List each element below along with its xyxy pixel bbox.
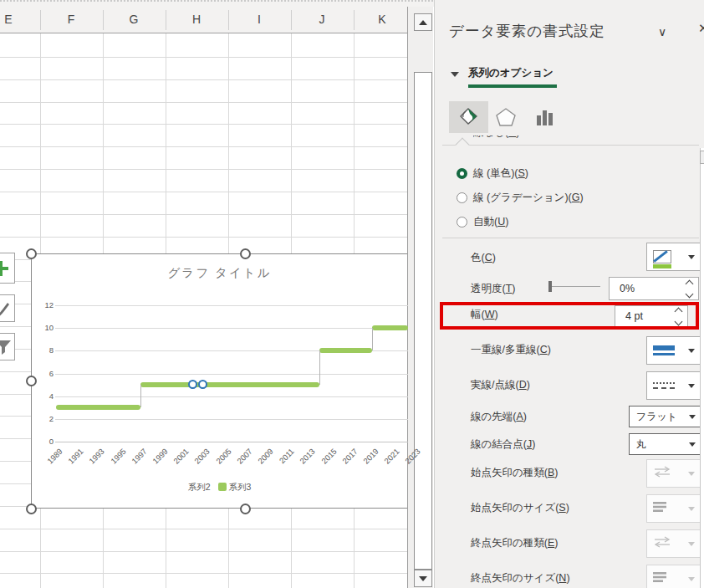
radio-automatic[interactable] <box>457 217 467 228</box>
chart-handle-mid-left[interactable] <box>26 376 37 386</box>
radio-line-gradient[interactable] <box>457 192 467 203</box>
column-header-I[interactable]: I <box>242 13 276 26</box>
legend-item[interactable]: 系列3 <box>218 482 252 493</box>
series-options-header[interactable]: 系列のオプション <box>468 66 554 80</box>
column-header-G[interactable]: G <box>117 13 150 26</box>
scroll-down-button[interactable] <box>414 570 432 587</box>
transparency-slider-track[interactable] <box>552 286 600 287</box>
dropdown-arrow-icon <box>689 415 696 419</box>
selected-data-point[interactable] <box>188 380 197 389</box>
arrow-size-bars-icon <box>653 501 666 516</box>
spin-down-icon[interactable] <box>686 289 694 298</box>
radio-line-gradient-label[interactable]: 線 (グラデーション)(G) <box>473 191 584 205</box>
plot-gridline <box>55 442 408 442</box>
chart-title[interactable]: グラフ タイトル <box>32 265 407 281</box>
column-headers[interactable]: EFGHIJK <box>0 7 408 33</box>
tab-size-properties[interactable] <box>530 104 560 130</box>
x-axis-tick-label: 2019 <box>356 447 380 471</box>
chart-handle-top-left[interactable] <box>26 248 37 259</box>
arrow-type-button[interactable] <box>646 459 701 488</box>
chart-handle-top-center[interactable] <box>240 248 251 259</box>
column-separator <box>103 10 104 30</box>
y-axis-tick-label: 4 <box>32 391 54 401</box>
column-header-K[interactable]: K <box>365 13 399 26</box>
chart-filters-button[interactable] <box>0 333 15 360</box>
series3-step-segment[interactable] <box>56 405 140 410</box>
pane-scrollbar-button[interactable] <box>700 151 704 164</box>
dropdown-arrow-icon <box>688 472 695 476</box>
chart-elements-button[interactable] <box>0 253 15 284</box>
chart-handle-bottom-left[interactable] <box>26 504 37 514</box>
chart-styles-button[interactable] <box>0 294 15 322</box>
arrow-size-button[interactable] <box>646 565 701 588</box>
x-axis-tick-label: 1997 <box>125 447 149 471</box>
transparency-spinbox[interactable]: 0% <box>609 277 699 300</box>
radio-line-solid[interactable] <box>457 168 467 179</box>
column-header-H[interactable]: H <box>180 13 213 26</box>
tab-effects[interactable] <box>492 104 519 130</box>
dropdown-arrow-icon <box>688 384 695 388</box>
scrollbar-thumb[interactable] <box>414 72 432 570</box>
series2-connector[interactable] <box>140 385 141 407</box>
gridline <box>0 529 407 529</box>
x-axis-tick-label: 2011 <box>272 447 296 471</box>
x-axis-tick-label: 2003 <box>187 447 212 471</box>
radio-automatic-label[interactable]: 自動(U) <box>473 215 508 229</box>
column-header-E[interactable]: E <box>0 13 25 26</box>
pane-scrollbar[interactable] <box>700 148 704 588</box>
scroll-up-button[interactable] <box>414 13 432 31</box>
dropdown-arrow-icon <box>688 255 695 259</box>
pane-title-chevron[interactable]: ∨ <box>658 25 666 38</box>
column-separator <box>40 10 41 30</box>
join-type-combobox[interactable]: 丸 <box>629 433 701 455</box>
dropdown-arrow-icon <box>688 349 695 353</box>
chart-legend[interactable]: 系列2系列3 <box>32 482 407 493</box>
column-header-J[interactable]: J <box>305 13 339 26</box>
gridline <box>0 102 407 103</box>
dash-line-button[interactable] <box>646 371 701 400</box>
dash-line-icon <box>653 382 675 389</box>
series2-connector[interactable] <box>319 350 320 385</box>
tab-fill-and-line[interactable] <box>449 101 488 133</box>
selected-data-point[interactable] <box>198 380 207 389</box>
arrow-type-button[interactable] <box>646 529 701 558</box>
gridline <box>0 169 407 170</box>
series3-step-segment[interactable] <box>319 348 372 353</box>
cap-type-combobox[interactable]: フラット <box>629 406 701 427</box>
pane-close-button[interactable]: ✕ <box>698 21 704 38</box>
column-header-F[interactable]: F <box>54 13 88 26</box>
arrow-size-button[interactable] <box>646 494 701 523</box>
series2-connector[interactable] <box>372 328 373 350</box>
dropdown-arrow-icon <box>688 577 695 581</box>
x-axis-tick-label: 2013 <box>293 447 317 471</box>
color-label: 色(C) <box>471 251 496 265</box>
arrow-row-label: 始点矢印のサイズ(S) <box>471 501 569 515</box>
vertical-scrollbar[interactable] <box>408 7 433 588</box>
compound-line-button[interactable] <box>646 336 701 365</box>
x-axis-tick-label: 2017 <box>335 447 360 471</box>
radio-line-solid-label[interactable]: 線 (単色)(S) <box>473 166 528 181</box>
column-separator <box>166 10 166 30</box>
arrow-row-label: 終点矢印の種類(E) <box>471 536 558 550</box>
legend-item[interactable]: 系列2 <box>188 482 211 493</box>
spin-up-icon[interactable] <box>686 279 694 288</box>
plot-gridline <box>55 374 408 375</box>
active-section-underline <box>468 84 557 88</box>
gridline <box>0 237 407 238</box>
line-color-button[interactable] <box>646 243 701 271</box>
funnel-icon <box>0 337 14 359</box>
y-axis-tick-label: 0 <box>32 437 54 446</box>
series3-step-segment[interactable] <box>372 325 408 330</box>
series3-step-segment[interactable] <box>140 382 319 387</box>
plot-gridline <box>55 328 408 329</box>
gridline <box>0 124 407 125</box>
double-arrow-icon <box>653 536 671 551</box>
collapse-caret-icon[interactable] <box>451 72 459 77</box>
transparency-value[interactable]: 0% <box>620 283 635 294</box>
x-axis-tick-label: 2001 <box>166 447 191 471</box>
dash-line-label: 実線/点線(D) <box>471 378 530 392</box>
chart[interactable]: グラフ タイトル 0246810121989199119931995199719… <box>31 253 407 509</box>
section-notch <box>456 138 470 152</box>
chart-handle-bottom-center[interactable] <box>240 504 251 514</box>
x-axis-tick-label: 2021 <box>377 447 401 471</box>
